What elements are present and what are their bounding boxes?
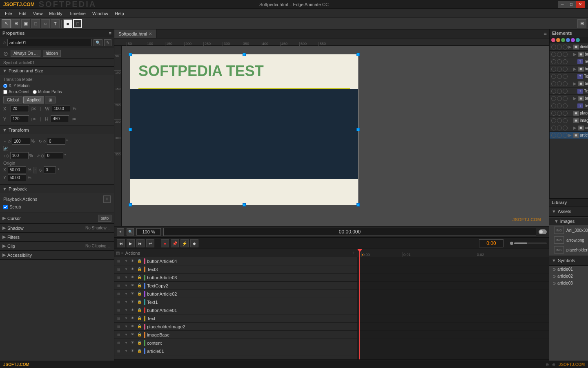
- shadow-header[interactable]: ▶ Shadow No Shadow ...: [0, 224, 114, 232]
- origin-x-input[interactable]: [8, 166, 26, 173]
- handle-top-center[interactable]: [243, 53, 246, 56]
- xy-motion-radio[interactable]: X, Y Motion: [3, 83, 29, 88]
- track-Text3[interactable]: ▤ ▼ 👁 🔒 Text3: [114, 265, 357, 274]
- auto-orient-check[interactable]: Auto-Orient: [3, 90, 29, 94]
- transform-header[interactable]: ▼ Transform: [0, 126, 114, 134]
- h-input[interactable]: [51, 115, 69, 122]
- track-expand-2[interactable]: ▼: [123, 276, 129, 279]
- rectangle-tool[interactable]: □: [31, 19, 40, 28]
- track-imageBase[interactable]: ▤ ▼ 👁 🔒 imageBase: [114, 331, 357, 339]
- properties-menu[interactable]: ≡: [109, 31, 111, 36]
- images-header[interactable]: ▼ images: [549, 218, 588, 225]
- lib-image-2[interactable]: IMG placeholderImage.png: [549, 245, 588, 255]
- track-vis-7[interactable]: 👁: [131, 316, 136, 321]
- menu-timeline[interactable]: Timeline: [66, 10, 89, 17]
- el-buttonArticle01[interactable]: ▶ ▣ buttonArticle01 <div>: [550, 95, 588, 102]
- hidden-dropdown[interactable]: hidden: [43, 50, 61, 57]
- clip-header[interactable]: ▶ Clip No Clipping ...: [0, 242, 114, 250]
- playback-header[interactable]: ▼ Playback: [0, 185, 114, 193]
- menu-modify[interactable]: Modify: [46, 10, 65, 17]
- track-vis-4[interactable]: 👁: [131, 292, 136, 296]
- el-placeholderImage2[interactable]: ▣ placeholderImage2 <d: [550, 110, 588, 117]
- el-Text[interactable]: T Text <div>: [550, 102, 588, 110]
- handle-top-right[interactable]: [356, 53, 360, 56]
- fill-color-tool[interactable]: ■: [63, 19, 72, 28]
- track-vis-1[interactable]: 👁: [131, 267, 136, 272]
- track-vis-5[interactable]: 👁: [131, 300, 136, 305]
- scrub-checkbox[interactable]: [3, 205, 8, 209]
- track-article01[interactable]: ▤ ▼ 👁 🔒 article01: [114, 347, 357, 355]
- track-content[interactable]: ▤ ▼ 👁 🔒 content: [114, 339, 357, 347]
- track-buttonArticle01[interactable]: ▤ ▼ 👁 🔒 buttonArticle01: [114, 306, 357, 314]
- play-btn[interactable]: ▶: [127, 239, 135, 247]
- el-arrow-11[interactable]: ▶: [573, 126, 577, 130]
- menu-view[interactable]: View: [30, 10, 46, 17]
- el-arrow-7[interactable]: ▶: [573, 96, 577, 101]
- origin-x-deg[interactable]: [44, 166, 56, 173]
- position-size-header[interactable]: ▼ Position and Size: [0, 67, 114, 75]
- handle-bottom-center[interactable]: [243, 203, 246, 206]
- track-col-btn-0[interactable]: ▤: [116, 259, 122, 263]
- marker-btn[interactable]: ◆: [190, 239, 198, 247]
- always-on-dropdown[interactable]: Always On ...: [11, 50, 40, 57]
- track-Text[interactable]: ▤ ▼ 👁 🔒 Text: [114, 314, 357, 323]
- select-tool[interactable]: ↖: [2, 19, 11, 28]
- el-arrow-1[interactable]: ▶: [573, 52, 577, 56]
- forward-btn[interactable]: ⏭: [136, 239, 145, 247]
- track-expand-0[interactable]: ▼: [123, 259, 129, 263]
- track-col-btn-9[interactable]: ▤: [116, 333, 122, 337]
- track-expand-11[interactable]: ▼: [123, 349, 129, 353]
- track-lock-1[interactable]: 🔒: [137, 267, 142, 272]
- track-col-btn-3[interactable]: ▤: [116, 284, 122, 287]
- track-vis-8[interactable]: 👁: [131, 324, 136, 329]
- menu-help[interactable]: Help: [111, 10, 127, 17]
- loop-btn[interactable]: ↩: [146, 239, 154, 247]
- element-search-btn[interactable]: 🔍: [94, 39, 102, 46]
- track-expand-1[interactable]: ▼: [123, 267, 129, 271]
- el-buttonArticle03[interactable]: ▶ ▣ buttonArticle03 <div>: [550, 65, 588, 73]
- track-vis-3[interactable]: 👁: [131, 283, 136, 288]
- track-buttonArticle04[interactable]: ▤ ▼ 👁 🔒 buttonArticle04: [114, 257, 357, 265]
- stroke-color-tool[interactable]: □: [73, 19, 82, 28]
- track-expand-10[interactable]: ▼: [123, 341, 129, 345]
- track-vis-9[interactable]: 👁: [131, 332, 136, 337]
- accessibility-header[interactable]: ▶ Accessibility: [0, 251, 114, 259]
- handle-top-left[interactable]: [129, 53, 132, 56]
- applied-tab[interactable]: Applied: [23, 96, 44, 103]
- track-expand-5[interactable]: ▼: [123, 300, 129, 304]
- el-article01[interactable]: ▶ ▣ article01 <div>: [550, 132, 588, 139]
- pin-btn[interactable]: 📌: [171, 239, 179, 247]
- el-arrow-3[interactable]: ▶: [573, 67, 577, 71]
- handle-bottom-left[interactable]: [129, 203, 132, 206]
- canvas-content[interactable]: SOFTPEDIA TEST JSOFTJ.COM: [122, 46, 549, 226]
- track-col-btn-5[interactable]: ▤: [116, 300, 122, 304]
- el-Text3[interactable]: T Text3 <div>: [550, 58, 588, 65]
- menu-window[interactable]: Window: [89, 10, 111, 17]
- track-expand-9[interactable]: ▼: [123, 333, 129, 337]
- expand-all-btn[interactable]: ≡: [121, 251, 124, 255]
- el-buttonArticle04[interactable]: ▶ ▣ buttonArticle04 <div>: [550, 51, 588, 58]
- record-btn[interactable]: ●: [161, 239, 169, 247]
- el-divider2[interactable]: ▶ ▣ divider2 <div>: [550, 43, 588, 51]
- minimize-button[interactable]: ─: [558, 1, 567, 8]
- track-Text1[interactable]: ▤ ▼ 👁 🔒 Text1: [114, 298, 357, 306]
- track-col-btn-11[interactable]: ▤: [116, 349, 122, 353]
- global-tab[interactable]: Global: [3, 96, 22, 103]
- transform-tool[interactable]: ⊞: [11, 19, 20, 28]
- lib-sym-0[interactable]: ⊙ article01: [549, 266, 588, 273]
- track-expand-7[interactable]: ▼: [123, 316, 129, 320]
- lib-sym-2[interactable]: ⊙ article03: [549, 280, 588, 287]
- el-arrow-5[interactable]: ▶: [573, 81, 577, 86]
- clip-tool[interactable]: ▣: [21, 19, 30, 28]
- skew-input[interactable]: [45, 152, 63, 159]
- track-col-btn-4[interactable]: ▤: [116, 292, 122, 296]
- rotate-x-input[interactable]: [47, 138, 65, 145]
- rewind-btn[interactable]: ⏮: [117, 239, 125, 247]
- menu-file[interactable]: File: [2, 10, 16, 17]
- menu-edit[interactable]: Edit: [16, 10, 30, 17]
- track-buttonArticle02[interactable]: ▤ ▼ 👁 🔒 buttonArticle02: [114, 290, 357, 298]
- y-input[interactable]: [11, 115, 29, 122]
- tab-close-btn[interactable]: ✕: [149, 31, 152, 36]
- track-expand-6[interactable]: ▼: [123, 308, 129, 312]
- track-col-btn-8[interactable]: ▤: [116, 325, 122, 328]
